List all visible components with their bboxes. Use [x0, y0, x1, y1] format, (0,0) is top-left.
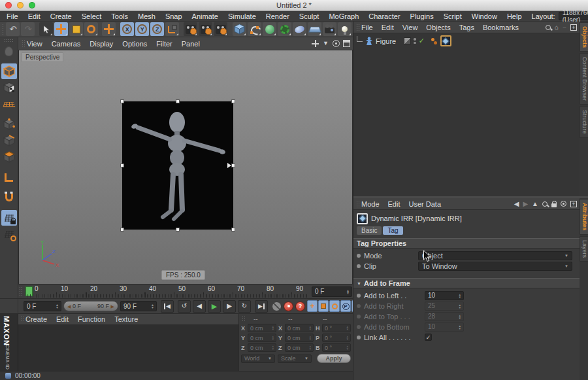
add-panel-icon[interactable]: +	[570, 24, 577, 31]
menu-help[interactable]: Help	[507, 12, 522, 20]
autokey-button[interactable]: ?	[295, 302, 305, 311]
menu-simulate[interactable]: Simulate	[228, 12, 256, 20]
menu-mograph[interactable]: MoGraph	[329, 12, 359, 20]
material-list[interactable]	[18, 325, 238, 371]
coordinate-system-button[interactable]	[165, 22, 179, 36]
menu-plugins[interactable]: Plugins	[410, 12, 434, 20]
lock-workplane-button[interactable]	[1, 210, 17, 226]
points-mode-button[interactable]	[1, 116, 17, 132]
layer-chip[interactable]	[404, 37, 411, 44]
om-menu-objects[interactable]: Objects	[426, 24, 450, 31]
layout-select[interactable]: 1188x766 (User) ▼	[559, 12, 588, 20]
material-menu-function[interactable]: Function	[78, 315, 105, 323]
menu-snap[interactable]: Snap	[165, 12, 182, 20]
position-z-field[interactable]: 0 cm▴▾	[248, 343, 276, 352]
menu-edit[interactable]: Edit	[28, 12, 41, 20]
object-list[interactable]: Figure ✓	[353, 33, 580, 196]
viewport-canvas[interactable]: Perspective	[18, 50, 353, 285]
search-icon[interactable]	[546, 25, 551, 30]
link-all-checkbox[interactable]: ✓	[425, 334, 432, 341]
menu-character[interactable]: Character	[368, 12, 400, 20]
tag-dots-icon[interactable]	[431, 37, 438, 45]
add-light-button[interactable]	[338, 22, 351, 36]
irr-handle-mid-left[interactable]	[120, 164, 124, 167]
coordinate-space-dropdown[interactable]: World▼	[241, 354, 275, 363]
material-grip[interactable]	[20, 316, 25, 322]
section-add-to-frame[interactable]: ▼ Add to Frame	[353, 278, 580, 288]
om-menu-file[interactable]: File	[361, 24, 373, 31]
size-x-field[interactable]: 0 cm▴▾	[285, 324, 314, 332]
menu-mesh[interactable]: Mesh	[138, 12, 155, 20]
om-menu-tags[interactable]: Tags	[459, 24, 474, 31]
clip-dropdown[interactable]: To Window ▼	[418, 262, 572, 271]
object-manager-grip[interactable]	[356, 24, 361, 31]
transform-mode-dropdown[interactable]: Scale▼	[278, 354, 312, 363]
irr-handle-bottom-right[interactable]	[231, 228, 235, 232]
menu-select[interactable]: Select	[82, 12, 102, 20]
redo-button[interactable]: ↷	[21, 22, 35, 36]
sidebar-grip[interactable]	[4, 39, 14, 42]
previous-key-button[interactable]: ↺	[178, 300, 191, 313]
record-disabled-button[interactable]	[272, 302, 282, 311]
goto-end-button[interactable]: ▶	[255, 300, 268, 313]
object-name[interactable]: Figure	[376, 37, 396, 45]
irr-handle-top-center[interactable]	[176, 99, 180, 103]
apply-button[interactable]: Apply	[317, 354, 351, 363]
next-key-button[interactable]: ↻	[238, 300, 251, 313]
size-y-field[interactable]: 0 cm▴▾	[285, 334, 314, 342]
dolly-view-icon[interactable]: ▼	[322, 40, 329, 47]
position-x-field[interactable]: 0 cm▴▾	[248, 324, 276, 332]
add-deformer-button[interactable]	[293, 22, 306, 36]
timeline-playhead[interactable]	[25, 286, 33, 296]
workplane-mode-button[interactable]	[1, 96, 17, 112]
menu-file[interactable]: File	[7, 12, 18, 20]
toolbar-grip[interactable]	[2, 24, 4, 35]
edges-mode-button[interactable]	[1, 133, 17, 148]
lock-icon[interactable]	[551, 203, 557, 207]
add-generator-button[interactable]	[263, 22, 276, 36]
material-menu-texture[interactable]: Texture	[114, 315, 138, 323]
rotation-p-field[interactable]: 0 °▴▾	[322, 334, 351, 342]
menu-window[interactable]: Window	[472, 12, 497, 20]
rotation-b-field[interactable]: 0 °▴▾	[322, 343, 351, 352]
track-icon[interactable]	[561, 201, 566, 207]
add-environment-button[interactable]	[308, 22, 321, 36]
scale-tool[interactable]	[69, 22, 83, 36]
previous-frame-button[interactable]: ◀	[193, 300, 206, 313]
key-parameter-button[interactable]: P	[340, 300, 351, 312]
render-settings-button[interactable]	[214, 22, 227, 36]
stepper-icon[interactable]: ▴▾	[54, 303, 58, 309]
am-menu-mode[interactable]: Mode	[361, 200, 380, 208]
viewport-menu-display[interactable]: Display	[90, 40, 113, 48]
tab-tag[interactable]: Tag	[383, 226, 402, 235]
tab-basic[interactable]: Basic	[357, 226, 382, 235]
viewport-menu-options[interactable]: Options	[122, 40, 147, 48]
menu-sculpt[interactable]: Sculpt	[299, 12, 319, 20]
size-z-field[interactable]: 0 cm▴▾	[285, 343, 314, 352]
menu-script[interactable]: Script	[444, 12, 462, 20]
timeline-ruler[interactable]: 0 10 20 30 40 50 60 70 80 90	[24, 285, 310, 299]
start-frame-field[interactable]: 0 F ▴▾	[24, 301, 61, 311]
add-camera-button[interactable]	[323, 22, 336, 36]
object-row-figure[interactable]: Figure ✓	[355, 35, 578, 46]
om-menu-edit[interactable]: Edit	[382, 24, 394, 31]
move-tool[interactable]	[54, 22, 68, 36]
history-forward-icon[interactable]: ▶	[523, 201, 528, 207]
polygons-mode-button[interactable]	[1, 149, 17, 165]
viewport-menu-filter[interactable]: Filter	[156, 40, 172, 48]
om-menu-view[interactable]: View	[402, 24, 418, 31]
lock-x-axis-button[interactable]: X	[120, 22, 134, 36]
history-back-icon[interactable]: ◀	[514, 201, 519, 207]
tab-structure[interactable]: Structure	[580, 106, 588, 138]
mode-dropdown[interactable]: Object ▼	[418, 251, 572, 260]
menu-animate[interactable]: Animate	[192, 12, 218, 20]
lock-y-axis-button[interactable]: Y	[135, 22, 149, 36]
toggle-view-icon[interactable]	[343, 40, 350, 47]
add-panel-icon[interactable]: +	[570, 201, 577, 207]
enable-axis-button[interactable]	[1, 169, 17, 185]
coordinates-grip[interactable]	[242, 316, 246, 322]
next-frame-button[interactable]: ▶	[223, 300, 236, 313]
parent-up-icon[interactable]: ▲	[532, 201, 538, 207]
tab-attributes[interactable]: Attributes	[580, 199, 588, 235]
play-button[interactable]: ▶	[208, 300, 221, 313]
